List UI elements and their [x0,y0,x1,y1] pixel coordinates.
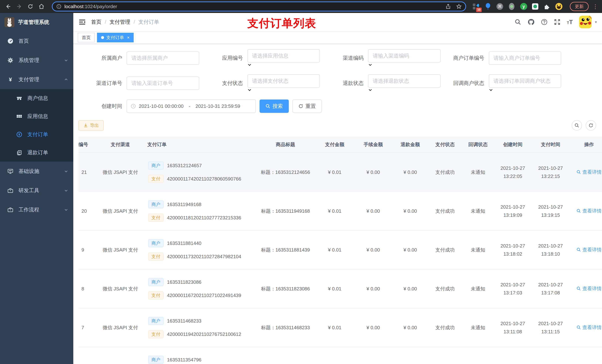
view-detail-link[interactable]: 查看详情 [576,247,602,253]
home-icon[interactable] [37,2,46,11]
sidebar-item-pay-order[interactable]: ¥ 支付订单 [0,125,73,144]
extension-oval-icon[interactable] [508,3,515,10]
sidebar-item-label: 研发工具 [19,187,39,194]
sidebar: 芋道管理系统 首页 系统管理 ¥ 支付管理 [0,13,73,364]
chevron-down-icon [64,208,68,212]
back-icon[interactable] [4,2,13,11]
extension-grid-icon[interactable]: 10 [472,3,479,10]
browser-menu-icon[interactable]: ⋮ [592,3,598,10]
sidebar-item-app-info[interactable]: 应用信息 [0,107,73,125]
create-time: 2021-10-27 13:18:02 [494,230,532,269]
view-detail-link[interactable]: 查看详情 [576,285,602,292]
order-id: 8 [78,269,93,308]
notify-status: 未通知 [462,192,494,230]
pay-amount: ¥ 0.01 [315,269,354,308]
app-select[interactable]: 请选择应用信息 [247,49,320,62]
product-title: 标题：1635311881439 [256,230,315,269]
share-icon[interactable] [445,4,451,9]
view-detail-link[interactable]: 查看详情 [576,324,602,331]
tab-pay-order[interactable]: 支付订单× [97,33,134,42]
app-logo [4,17,14,27]
pay-order-no: 4200001173202110272847982104 [167,254,241,260]
pay-order-no: 4200001194202110276752100612 [167,332,241,337]
pay-tag: 支付 [148,291,164,300]
merchant-tag: 商户 [148,239,164,247]
sidebar-item-label: 商户信息 [27,95,48,102]
help-icon[interactable] [541,19,548,25]
tab-home[interactable]: 首页 [78,33,95,42]
github-icon[interactable] [527,19,535,26]
sidebar-item-infra[interactable]: 基础设施 [0,162,73,181]
extension-command-icon[interactable]: ⌘ [496,3,503,10]
product-title: 标题：1635312124656 [256,153,315,192]
col-notify-status: 回调状态 [462,136,494,153]
channel-code-select[interactable]: 请输入渠道编码 [368,49,441,62]
refund-status-select[interactable]: 请选择退款状态 [368,74,441,88]
table-row: 9 微信 JSAPI 支付 商户 1635311881440 支付 [78,230,602,269]
sidebar-toggle-icon[interactable] [73,13,91,31]
merchant-order-no: 1635311354796 [167,357,201,363]
col-refund: 退款金额 [392,136,428,153]
sidebar-item-label: 系统管理 [19,57,39,64]
breadcrumb-pay-mgmt[interactable]: 支付管理 [110,19,130,26]
order-id: 21 [78,153,93,192]
extension-y-icon[interactable]: y [520,3,527,10]
merchant-order-no: 1635312124657 [167,163,202,168]
notify-status: 未通知 [462,230,494,269]
toggle-search-button[interactable] [572,120,582,131]
update-button[interactable]: 更新 [570,2,589,11]
site-info-icon[interactable] [56,4,62,9]
date-range-input[interactable]: 2021-10-01 00:00:00 - 2021-10-31 23:59:5… [127,100,256,113]
merchant-order-no-input[interactable] [489,52,561,65]
product-title: 标题：1635311823086 [256,269,315,308]
extension-emoji-icon[interactable] [555,3,562,10]
breadcrumb-home[interactable]: 首页 [91,19,101,26]
sidebar-item-dev-tools[interactable]: 研发工具 [0,181,73,200]
sidebar-item-system[interactable]: 系统管理 [0,51,73,70]
screen: localhost:1024/pay/order 10 ⌘ y [0,0,602,364]
date-start: 2021-10-01 00:00:00 [139,104,183,109]
merchant-input[interactable] [127,52,199,65]
export-button[interactable]: 导出 [78,120,104,131]
filter-create-time: 创建时间 2021-10-01 00:00:00 - 2021-10-31 23… [78,100,256,113]
pay-status-select[interactable]: 请选择支付状态 [247,74,320,88]
caret-down-icon[interactable]: ▾ [595,20,597,24]
font-size-icon[interactable]: TT [567,19,573,26]
sidebar-item-label: 首页 [19,38,29,45]
reload-icon[interactable] [26,2,35,11]
create-time: 2021-10-27 13:17:03 [494,269,532,308]
search-button[interactable]: 搜索 [259,100,289,113]
sidebar-item-refund-order[interactable]: 退款订单 [0,144,73,162]
refund-amount: ¥ 0.00 [392,153,428,192]
fullscreen-icon[interactable] [554,19,560,25]
bookmark-star-icon[interactable] [456,4,462,9]
forward-icon[interactable] [15,2,24,11]
sidebar-item-workflow[interactable]: 工作流程 [0,200,73,219]
view-detail-link[interactable]: 查看详情 [576,169,602,175]
notify-status: 未通知 [462,153,494,192]
filter-pay-status: 支付状态 请选择支付状态 [199,74,320,92]
avatar[interactable] [579,16,592,28]
view-detail-link[interactable]: 查看详情 [576,208,602,214]
header-search-icon[interactable] [515,19,521,25]
sidebar-item-merchant-info[interactable]: 商户信息 [0,89,73,107]
refresh-button[interactable] [586,120,596,131]
close-icon[interactable]: × [127,35,129,40]
extension-chat-icon[interactable] [532,3,538,10]
channel-order-no-input[interactable] [127,77,199,90]
breadcrumb-current: 支付订单 [139,19,159,26]
sidebar-item-label: 应用信息 [27,113,48,120]
extension-puzzle-icon[interactable] [543,3,550,10]
filter-callback-status: 回调商户状态 请选择订单回调商户状态 [441,74,561,92]
reset-button[interactable]: 重置 [292,100,322,113]
refund-amount: ¥ 0.00 [392,308,428,347]
table-row: 7 微信 JSAPI 支付 商户 1635311468233 支付 [78,308,602,347]
extension-balloon-icon[interactable] [484,3,492,10]
sidebar-item-payment[interactable]: ¥ 支付管理 [0,70,73,89]
callback-status-select[interactable]: 请选择订单回调商户状态 [489,74,561,88]
address-bar[interactable]: localhost:1024/pay/order [52,1,466,11]
pay-tag: 支付 [148,252,164,260]
sidebar-item-home[interactable]: 首页 [0,31,73,51]
pay-tag: 支付 [148,214,164,222]
filter-refund-status: 退款状态 请选择退款状态 [320,74,441,92]
